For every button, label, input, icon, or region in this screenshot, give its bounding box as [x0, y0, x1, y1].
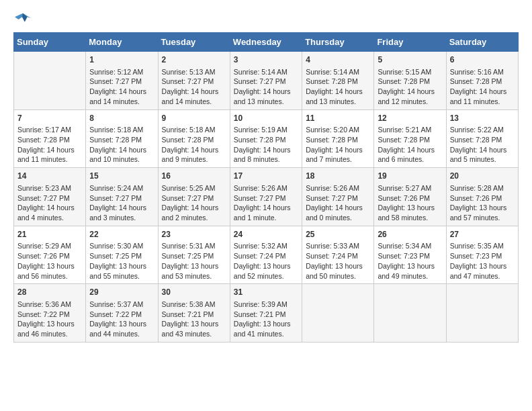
calendar-cell: 8Sunrise: 5:18 AM Sunset: 7:28 PM Daylig… — [86, 109, 158, 168]
day-info: Sunrise: 5:37 AM Sunset: 7:22 PM Dayligh… — [89, 300, 154, 339]
day-number: 22 — [89, 229, 154, 240]
day-info: Sunrise: 5:33 AM Sunset: 7:24 PM Dayligh… — [306, 241, 370, 281]
day-info: Sunrise: 5:18 AM Sunset: 7:28 PM Dayligh… — [162, 125, 226, 165]
day-number: 27 — [450, 229, 515, 240]
calendar-cell: 19Sunrise: 5:27 AM Sunset: 7:26 PM Dayli… — [374, 168, 446, 226]
calendar-cell: 7Sunrise: 5:17 AM Sunset: 7:28 PM Daylig… — [14, 109, 86, 168]
calendar-cell: 29Sunrise: 5:37 AM Sunset: 7:22 PM Dayli… — [86, 284, 158, 342]
col-header-sunday: Sunday — [14, 33, 86, 52]
day-info: Sunrise: 5:35 AM Sunset: 7:23 PM Dayligh… — [450, 241, 515, 281]
day-info: Sunrise: 5:14 AM Sunset: 7:27 PM Dayligh… — [234, 67, 298, 107]
calendar-cell: 15Sunrise: 5:24 AM Sunset: 7:27 PM Dayli… — [86, 168, 158, 226]
day-number: 28 — [17, 287, 82, 298]
calendar-cell: 11Sunrise: 5:20 AM Sunset: 7:28 PM Dayli… — [302, 109, 374, 168]
day-info: Sunrise: 5:20 AM Sunset: 7:28 PM Dayligh… — [306, 125, 370, 165]
day-number: 6 — [450, 54, 515, 66]
day-info: Sunrise: 5:17 AM Sunset: 7:28 PM Dayligh… — [17, 125, 82, 165]
day-number: 2 — [162, 54, 226, 66]
calendar-cell: 3Sunrise: 5:14 AM Sunset: 7:27 PM Daylig… — [230, 52, 302, 110]
day-number: 16 — [162, 171, 226, 182]
day-info: Sunrise: 5:23 AM Sunset: 7:27 PM Dayligh… — [17, 183, 82, 223]
day-info: Sunrise: 5:13 AM Sunset: 7:27 PM Dayligh… — [162, 67, 226, 107]
calendar-cell: 5Sunrise: 5:15 AM Sunset: 7:28 PM Daylig… — [374, 52, 446, 110]
day-number: 23 — [162, 229, 226, 240]
day-number: 21 — [17, 229, 82, 240]
calendar-cell: 22Sunrise: 5:30 AM Sunset: 7:25 PM Dayli… — [86, 226, 158, 284]
calendar-week-row: 14Sunrise: 5:23 AM Sunset: 7:27 PM Dayli… — [14, 168, 519, 226]
day-info: Sunrise: 5:18 AM Sunset: 7:28 PM Dayligh… — [89, 125, 154, 165]
day-info: Sunrise: 5:12 AM Sunset: 7:27 PM Dayligh… — [89, 67, 154, 107]
col-header-thursday: Thursday — [302, 33, 374, 52]
day-number: 7 — [17, 113, 82, 124]
day-number: 3 — [234, 54, 298, 66]
day-info: Sunrise: 5:16 AM Sunset: 7:28 PM Dayligh… — [450, 67, 515, 107]
day-info: Sunrise: 5:31 AM Sunset: 7:25 PM Dayligh… — [162, 241, 226, 281]
calendar-cell: 18Sunrise: 5:26 AM Sunset: 7:27 PM Dayli… — [302, 168, 374, 226]
day-info: Sunrise: 5:36 AM Sunset: 7:22 PM Dayligh… — [17, 300, 82, 339]
day-number: 5 — [378, 54, 442, 66]
logo-icon — [13, 11, 32, 27]
calendar-cell: 21Sunrise: 5:29 AM Sunset: 7:26 PM Dayli… — [14, 226, 86, 284]
calendar-week-row: 21Sunrise: 5:29 AM Sunset: 7:26 PM Dayli… — [14, 226, 519, 284]
page-header — [13, 11, 519, 27]
day-number: 20 — [450, 171, 515, 182]
calendar-cell: 13Sunrise: 5:22 AM Sunset: 7:28 PM Dayli… — [446, 109, 518, 168]
day-number: 17 — [234, 171, 298, 182]
day-info: Sunrise: 5:39 AM Sunset: 7:21 PM Dayligh… — [234, 300, 298, 339]
calendar-cell: 20Sunrise: 5:28 AM Sunset: 7:26 PM Dayli… — [446, 168, 518, 226]
day-info: Sunrise: 5:27 AM Sunset: 7:26 PM Dayligh… — [378, 183, 442, 223]
calendar-cell: 24Sunrise: 5:32 AM Sunset: 7:24 PM Dayli… — [230, 226, 302, 284]
calendar-week-row: 28Sunrise: 5:36 AM Sunset: 7:22 PM Dayli… — [14, 284, 519, 342]
day-info: Sunrise: 5:14 AM Sunset: 7:28 PM Dayligh… — [306, 67, 370, 107]
day-info: Sunrise: 5:26 AM Sunset: 7:27 PM Dayligh… — [306, 183, 370, 223]
day-number: 26 — [378, 229, 442, 240]
calendar-header-row: SundayMondayTuesdayWednesdayThursdayFrid… — [14, 33, 519, 52]
calendar-cell: 27Sunrise: 5:35 AM Sunset: 7:23 PM Dayli… — [446, 226, 518, 284]
calendar-cell: 1Sunrise: 5:12 AM Sunset: 7:27 PM Daylig… — [86, 52, 158, 110]
day-number: 30 — [162, 287, 226, 298]
calendar-cell: 26Sunrise: 5:34 AM Sunset: 7:23 PM Dayli… — [374, 226, 446, 284]
day-number: 25 — [306, 229, 370, 240]
day-info: Sunrise: 5:25 AM Sunset: 7:27 PM Dayligh… — [162, 183, 226, 223]
day-number: 19 — [378, 171, 442, 182]
day-info: Sunrise: 5:21 AM Sunset: 7:28 PM Dayligh… — [378, 125, 442, 165]
col-header-saturday: Saturday — [446, 33, 518, 52]
calendar-cell: 23Sunrise: 5:31 AM Sunset: 7:25 PM Dayli… — [158, 226, 230, 284]
calendar-cell: 9Sunrise: 5:18 AM Sunset: 7:28 PM Daylig… — [158, 109, 230, 168]
calendar-cell — [302, 284, 374, 342]
day-number: 15 — [89, 171, 154, 182]
calendar-cell: 14Sunrise: 5:23 AM Sunset: 7:27 PM Dayli… — [14, 168, 86, 226]
day-number: 18 — [306, 171, 370, 182]
calendar-week-row: 7Sunrise: 5:17 AM Sunset: 7:28 PM Daylig… — [14, 109, 519, 168]
day-info: Sunrise: 5:38 AM Sunset: 7:21 PM Dayligh… — [162, 300, 226, 339]
calendar-cell: 2Sunrise: 5:13 AM Sunset: 7:27 PM Daylig… — [158, 52, 230, 110]
calendar-cell — [14, 52, 86, 110]
day-number: 11 — [306, 113, 370, 124]
day-number: 13 — [450, 113, 515, 124]
calendar-week-row: 1Sunrise: 5:12 AM Sunset: 7:27 PM Daylig… — [14, 52, 519, 110]
calendar-cell: 10Sunrise: 5:19 AM Sunset: 7:28 PM Dayli… — [230, 109, 302, 168]
day-number: 9 — [162, 113, 226, 124]
day-number: 12 — [378, 113, 442, 124]
calendar-cell — [446, 284, 518, 342]
day-number: 29 — [89, 287, 154, 298]
calendar-table: SundayMondayTuesdayWednesdayThursdayFrid… — [13, 32, 519, 342]
calendar-cell: 31Sunrise: 5:39 AM Sunset: 7:21 PM Dayli… — [230, 284, 302, 342]
day-info: Sunrise: 5:26 AM Sunset: 7:27 PM Dayligh… — [234, 183, 298, 223]
day-number: 4 — [306, 54, 370, 66]
day-number: 31 — [234, 287, 298, 298]
day-number: 1 — [89, 54, 154, 66]
day-info: Sunrise: 5:15 AM Sunset: 7:28 PM Dayligh… — [378, 67, 442, 107]
day-number: 10 — [234, 113, 298, 124]
day-info: Sunrise: 5:24 AM Sunset: 7:27 PM Dayligh… — [89, 183, 154, 223]
day-number: 24 — [234, 229, 298, 240]
day-info: Sunrise: 5:30 AM Sunset: 7:25 PM Dayligh… — [89, 241, 154, 281]
day-info: Sunrise: 5:22 AM Sunset: 7:28 PM Dayligh… — [450, 125, 515, 165]
calendar-cell: 28Sunrise: 5:36 AM Sunset: 7:22 PM Dayli… — [14, 284, 86, 342]
day-number: 8 — [89, 113, 154, 124]
day-info: Sunrise: 5:28 AM Sunset: 7:26 PM Dayligh… — [450, 183, 515, 223]
col-header-friday: Friday — [374, 33, 446, 52]
logo — [13, 11, 35, 27]
day-info: Sunrise: 5:19 AM Sunset: 7:28 PM Dayligh… — [234, 125, 298, 165]
day-info: Sunrise: 5:32 AM Sunset: 7:24 PM Dayligh… — [234, 241, 298, 281]
